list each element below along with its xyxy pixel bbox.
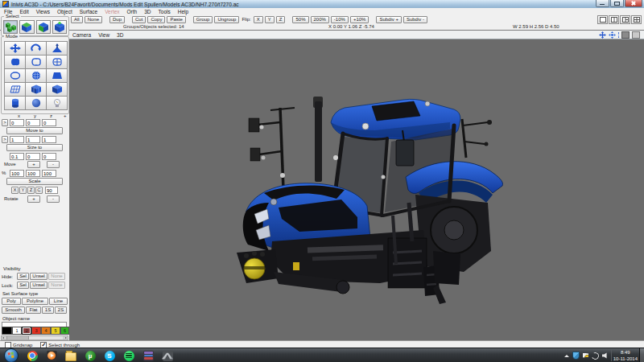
flat-button[interactable]: Flat	[26, 306, 41, 314]
scale-button[interactable]: Scale	[6, 178, 63, 185]
menu-object[interactable]: Object	[57, 9, 72, 14]
scale-200-button[interactable]: 200%	[311, 16, 329, 23]
taskbar-explorer-button[interactable]	[65, 350, 76, 361]
scale-y-input[interactable]	[26, 170, 40, 177]
palette-swatch-6[interactable]: 6	[60, 327, 69, 335]
subdivide-plus-button[interactable]: Subdiv +	[376, 16, 402, 23]
select-surface-mode-button[interactable]	[36, 20, 51, 34]
move-to-apply-arrow[interactable]: >	[2, 119, 8, 126]
flip-y-button[interactable]: Y	[265, 16, 275, 23]
smooth-button[interactable]: Smooth	[2, 306, 25, 314]
two-sided-button[interactable]: 2S	[55, 306, 67, 314]
move-step-x-input[interactable]	[10, 153, 24, 160]
taskbar-ac3d-button[interactable]	[162, 350, 173, 361]
poly-button[interactable]: Poly	[2, 298, 21, 305]
start-button[interactable]	[4, 348, 19, 362]
rotate-plus-button[interactable]: +	[27, 195, 40, 203]
move-to-button[interactable]: Move to	[6, 127, 63, 134]
move-step-z-input[interactable]	[42, 153, 56, 160]
mode-move-tool[interactable]	[4, 41, 26, 56]
viewport-menu-view[interactable]: View	[98, 32, 109, 38]
menu-tools[interactable]: Tools	[159, 9, 171, 14]
mode-rotate-tool[interactable]	[25, 41, 47, 56]
size-to-apply-arrow[interactable]: >	[2, 136, 8, 143]
mode-surface-wire-tool[interactable]	[46, 55, 68, 69]
sync-icon[interactable]	[591, 351, 601, 360]
ungroup-button[interactable]: Ungroup	[214, 16, 239, 23]
rotate-angle-input[interactable]	[45, 187, 58, 194]
flip-z-button[interactable]: Z	[276, 16, 286, 23]
menu-3d[interactable]: 3D	[144, 9, 151, 14]
polyline-button[interactable]: Polyline	[22, 298, 48, 305]
one-sided-button[interactable]: 1S	[42, 306, 54, 314]
scale-50-button[interactable]: 50%	[292, 16, 308, 23]
mode-ellipse-tool[interactable]	[4, 68, 26, 83]
mode-extrude-tool[interactable]	[46, 41, 68, 56]
scroll-thumb[interactable]	[6, 336, 29, 339]
mode-cube-tool[interactable]	[46, 82, 68, 97]
taskbar-media-player-button[interactable]	[46, 350, 57, 361]
fit-view-icon[interactable]	[609, 31, 616, 39]
move-to-x-input[interactable]	[10, 119, 24, 126]
taskbar-winrar-button[interactable]	[142, 350, 154, 361]
move-step-y-input[interactable]	[26, 153, 40, 160]
line-button[interactable]: Line	[49, 298, 68, 305]
security-shield-icon[interactable]	[572, 352, 580, 360]
mode-cylinder-tool[interactable]	[4, 96, 26, 110]
rotate-minus-button[interactable]: -	[47, 195, 60, 203]
mode-mesh-cube-tool[interactable]	[25, 82, 47, 97]
menu-views[interactable]: Views	[36, 9, 50, 14]
pan-view-icon[interactable]	[599, 31, 606, 39]
action-center-flag-icon[interactable]	[583, 353, 588, 359]
viewport-menu-3d[interactable]: 3D	[117, 32, 123, 38]
taskbar-utorrent-button[interactable]: µ	[85, 350, 96, 361]
move-minus-button[interactable]: -	[47, 161, 60, 168]
menu-orth[interactable]: Orth	[127, 9, 138, 14]
menu-edit[interactable]: Edit	[19, 9, 28, 14]
select-group-mode-button[interactable]	[3, 20, 18, 34]
copy-button[interactable]: Copy	[147, 16, 165, 23]
mode-trapezoid-tool[interactable]	[46, 68, 68, 83]
show-desktop-button[interactable]	[639, 348, 644, 362]
mode-sphere-mesh-tool[interactable]	[25, 68, 47, 83]
panel-expand-button[interactable]: +	[64, 113, 67, 118]
scale-minus10-button[interactable]: -10%	[331, 16, 349, 23]
hide-selected-button[interactable]: Sel	[17, 273, 29, 280]
menu-help[interactable]: Help	[178, 9, 188, 14]
maximize-button[interactable]	[610, 0, 624, 7]
taskbar-spotify-button[interactable]	[123, 350, 134, 361]
close-button[interactable]	[625, 0, 642, 7]
cut-button[interactable]: Cut	[132, 16, 146, 23]
minimize-button[interactable]	[596, 0, 609, 7]
mode-grid-plane-tool[interactable]	[4, 82, 26, 97]
rotate-axis-z-button[interactable]: Z	[27, 187, 35, 194]
select-object-mode-button[interactable]	[19, 20, 34, 34]
scroll-right-icon[interactable]	[63, 336, 68, 339]
size-to-z-input[interactable]	[42, 136, 56, 143]
scroll-left-icon[interactable]	[2, 336, 6, 339]
select-none-button[interactable]: None	[85, 16, 102, 23]
move-to-y-input[interactable]	[26, 119, 40, 126]
rotate-axis-y-button[interactable]: Y	[19, 187, 27, 194]
lock-selected-button[interactable]: Sel	[17, 282, 29, 289]
taskbar-skype-button[interactable]: S	[104, 350, 115, 361]
mode-surface-outline-tool[interactable]	[25, 55, 47, 69]
paste-button[interactable]: Paste	[167, 16, 185, 23]
size-to-x-input[interactable]	[10, 136, 24, 143]
palette-swatch-4[interactable]: 4	[41, 327, 51, 335]
group-button[interactable]: Group	[193, 16, 213, 23]
duplicate-button[interactable]: Dup	[109, 16, 125, 23]
move-to-z-input[interactable]	[42, 119, 56, 126]
menu-surface[interactable]: Surface	[80, 9, 97, 14]
lock-unselected-button[interactable]: Unsel	[30, 282, 47, 289]
size-to-y-input[interactable]	[26, 136, 40, 143]
mode-surface-tool[interactable]	[4, 55, 26, 69]
rotate-axis-x-button[interactable]: X	[11, 187, 19, 194]
flip-x-button[interactable]: X	[254, 16, 263, 23]
palette-swatch-2-selected[interactable]: 2	[22, 327, 31, 335]
rotate-axis-c-button[interactable]: C	[35, 187, 43, 194]
wireframe-toggle-icon[interactable]	[632, 31, 640, 39]
mode-light-tool[interactable]	[46, 96, 68, 110]
viewport-menu-camera[interactable]: Camera	[72, 32, 91, 38]
scale-z-input[interactable]	[42, 170, 56, 177]
